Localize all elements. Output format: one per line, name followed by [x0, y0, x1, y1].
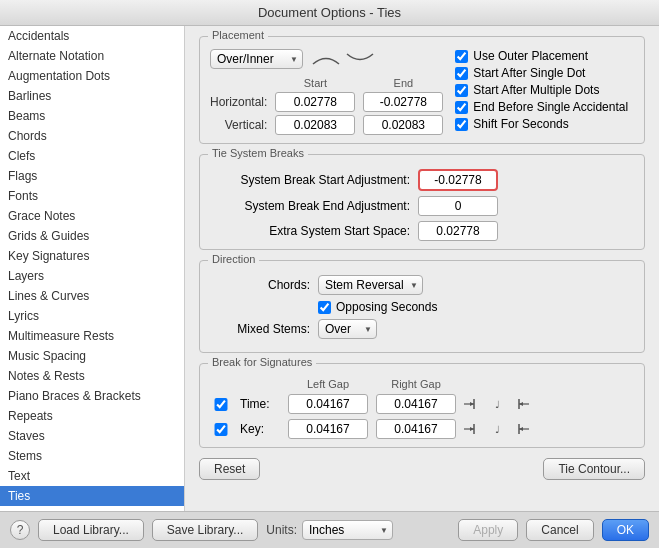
sidebar-item-grids--guides[interactable]: Grids & Guides: [0, 226, 184, 246]
placement-dropdown[interactable]: Over/Inner Under/Outer: [210, 49, 303, 69]
time-bracket-icon: ♩: [464, 395, 534, 413]
time-right-input[interactable]: [376, 394, 456, 414]
units-label: Units:: [266, 523, 297, 537]
sidebar-item-ties[interactable]: Ties: [0, 486, 184, 506]
sidebar: AccidentalsAlternate NotationAugmentatio…: [0, 26, 185, 511]
mixed-stems-label: Mixed Stems:: [210, 322, 310, 336]
svg-text:♩: ♩: [495, 399, 499, 410]
sidebar-item-accidentals[interactable]: Accidentals: [0, 26, 184, 46]
load-library-button[interactable]: Load Library...: [38, 519, 144, 541]
sidebar-item-music-spacing[interactable]: Music Spacing: [0, 346, 184, 366]
units-dropdown[interactable]: Inches Centimeters Points Spaces: [302, 520, 393, 540]
placement-checkbox-1[interactable]: [455, 67, 468, 80]
extra-space-input[interactable]: [418, 221, 498, 241]
end-header: End: [363, 77, 443, 89]
sidebar-item-lines--curves[interactable]: Lines & Curves: [0, 286, 184, 306]
right-gap-header: Right Gap: [376, 378, 456, 390]
sidebar-item-clefs[interactable]: Clefs: [0, 146, 184, 166]
sidebar-item-text[interactable]: Text: [0, 466, 184, 486]
key-left-input[interactable]: [288, 419, 368, 439]
placement-checkbox-2[interactable]: [455, 84, 468, 97]
sidebar-item-grace-notes[interactable]: Grace Notes: [0, 206, 184, 226]
placement-checkbox-label-4: Shift For Seconds: [473, 117, 568, 131]
sidebar-item-multimeasure-rests[interactable]: Multimeasure Rests: [0, 326, 184, 346]
sidebar-item-barlines[interactable]: Barlines: [0, 86, 184, 106]
time-left-input[interactable]: [288, 394, 368, 414]
sidebar-item-alternate-notation[interactable]: Alternate Notation: [0, 46, 184, 66]
sidebar-item-lyrics[interactable]: Lyrics: [0, 306, 184, 326]
sidebar-item-repeats[interactable]: Repeats: [0, 406, 184, 426]
chords-dropdown[interactable]: Stem Reversal Auto Over Under: [318, 275, 423, 295]
tie-over-symbol: [311, 49, 341, 69]
title-bar: Document Options - Ties: [0, 0, 659, 26]
opposing-checkbox[interactable]: [318, 301, 331, 314]
placement-checkbox-row-2: Start After Multiple Dots: [455, 83, 628, 97]
tie-breaks-label: Tie System Breaks: [208, 147, 308, 159]
units-dropdown-container[interactable]: Inches Centimeters Points Spaces: [302, 520, 393, 540]
key-bracket-icon: ♩: [464, 420, 534, 438]
sidebar-item-fonts[interactable]: Fonts: [0, 186, 184, 206]
chords-label: Chords:: [210, 278, 310, 292]
placement-dropdown-container[interactable]: Over/Inner Under/Outer: [210, 49, 303, 69]
chords-row: Chords: Stem Reversal Auto Over Under: [210, 275, 634, 295]
placement-checkbox-4[interactable]: [455, 118, 468, 131]
start-header: Start: [275, 77, 355, 89]
tie-contour-button[interactable]: Tie Contour...: [543, 458, 645, 480]
cancel-button[interactable]: Cancel: [526, 519, 593, 541]
extra-space-label: Extra System Start Space:: [210, 224, 410, 238]
time-checkbox[interactable]: [210, 398, 232, 411]
mixed-stems-dropdown[interactable]: Over Under Auto: [318, 319, 377, 339]
break-signatures-label: Break for Signatures: [208, 356, 316, 368]
key-right-input[interactable]: [376, 419, 456, 439]
bottom-bar: ? Load Library... Save Library... Units:…: [0, 511, 659, 548]
reset-button[interactable]: Reset: [199, 458, 260, 480]
help-button[interactable]: ?: [10, 520, 30, 540]
apply-button[interactable]: Apply: [458, 519, 518, 541]
placement-checkbox-row-3: End Before Single Accidental: [455, 100, 628, 114]
placement-section: Placement Over/Inner Under/Outer: [199, 36, 645, 144]
sidebar-item-layers[interactable]: Layers: [0, 266, 184, 286]
placement-checkbox-0[interactable]: [455, 50, 468, 63]
placement-checkboxes: Use Outer PlacementStart After Single Do…: [455, 49, 628, 131]
placement-grid: Start End Horizontal: Vertical:: [210, 77, 443, 135]
sidebar-item-augmentation-dots[interactable]: Augmentation Dots: [0, 66, 184, 86]
mixed-stems-row: Mixed Stems: Over Under Auto: [210, 319, 634, 339]
vertical-label: Vertical:: [210, 118, 267, 132]
sidebar-item-beams[interactable]: Beams: [0, 106, 184, 126]
direction-section: Direction Chords: Stem Reversal Auto Ove…: [199, 260, 645, 353]
start-adj-input[interactable]: [418, 169, 498, 191]
placement-checkbox-row-4: Shift For Seconds: [455, 117, 628, 131]
sidebar-item-stems[interactable]: Stems: [0, 446, 184, 466]
svg-text:♩: ♩: [495, 424, 499, 435]
save-library-button[interactable]: Save Library...: [152, 519, 258, 541]
horizontal-start-input[interactable]: [275, 92, 355, 112]
horizontal-label: Horizontal:: [210, 95, 267, 109]
right-panel: Placement Over/Inner Under/Outer: [185, 26, 659, 511]
horizontal-end-input[interactable]: [363, 92, 443, 112]
sidebar-item-staves[interactable]: Staves: [0, 426, 184, 446]
placement-checkbox-3[interactable]: [455, 101, 468, 114]
sidebar-item-piano-braces--brackets[interactable]: Piano Braces & Brackets: [0, 386, 184, 406]
mixed-stems-dropdown-container[interactable]: Over Under Auto: [318, 319, 377, 339]
break-signatures-section: Break for Signatures Left Gap Right Gap …: [199, 363, 645, 448]
placement-checkbox-label-2: Start After Multiple Dots: [473, 83, 599, 97]
sidebar-item-chords[interactable]: Chords: [0, 126, 184, 146]
ok-button[interactable]: OK: [602, 519, 649, 541]
main-content: AccidentalsAlternate NotationAugmentatio…: [0, 26, 659, 511]
window-title: Document Options - Ties: [258, 5, 401, 20]
placement-checkbox-row-0: Use Outer Placement: [455, 49, 628, 63]
tie-system-breaks-section: Tie System Breaks System Break Start Adj…: [199, 154, 645, 250]
key-label: Key:: [240, 422, 280, 436]
sidebar-item-key-signatures[interactable]: Key Signatures: [0, 246, 184, 266]
chords-dropdown-container[interactable]: Stem Reversal Auto Over Under: [318, 275, 423, 295]
sidebar-item-notes--rests[interactable]: Notes & Rests: [0, 366, 184, 386]
vertical-start-input[interactable]: [275, 115, 355, 135]
vertical-end-input[interactable]: [363, 115, 443, 135]
sidebar-item-flags[interactable]: Flags: [0, 166, 184, 186]
key-checkbox[interactable]: [210, 423, 232, 436]
left-gap-header: Left Gap: [288, 378, 368, 390]
placement-checkbox-row-1: Start After Single Dot: [455, 66, 628, 80]
placement-label: Placement: [208, 29, 268, 41]
end-adj-input[interactable]: [418, 196, 498, 216]
end-adj-label: System Break End Adjustment:: [210, 199, 410, 213]
